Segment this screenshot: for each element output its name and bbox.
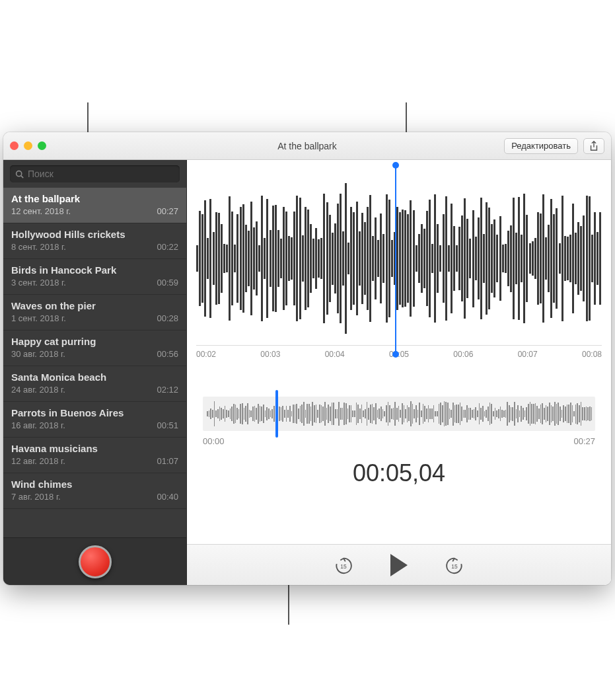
current-time-display: 00:05,04 [187, 459, 611, 487]
recording-date: 16 авг. 2018 г. [11, 420, 65, 430]
recordings-list: At the ballpark12 сент. 2018 г.00:27Holl… [3, 188, 186, 537]
recording-duration: 00:56 [157, 349, 178, 359]
recording-name: Santa Monica beach [11, 371, 178, 383]
search-icon [15, 170, 24, 178]
timeline-tick: 00:04 [325, 350, 345, 365]
list-item[interactable]: Parrots in Buenos Aires16 авг. 2018 г.00… [3, 402, 186, 438]
recording-duration: 02:12 [157, 385, 178, 395]
sidebar: At the ballpark12 сент. 2018 г.00:27Holl… [3, 160, 187, 585]
timeline-tick: 00:02 [196, 350, 216, 365]
overview-start-label: 00:00 [203, 436, 225, 446]
recording-name: Parrots in Buenos Aires [11, 407, 178, 418]
recording-duration: 01:07 [157, 456, 178, 466]
close-icon[interactable] [10, 141, 18, 150]
playhead[interactable] [395, 165, 396, 354]
recording-date: 24 авг. 2018 г. [11, 385, 65, 395]
recording-date: 8 сент. 2018 г. [11, 242, 66, 252]
record-toolbar [3, 537, 186, 585]
list-item[interactable]: Santa Monica beach24 авг. 2018 г.02:12 [3, 366, 186, 402]
play-button[interactable] [390, 554, 408, 576]
search-field[interactable] [10, 165, 180, 182]
timeline-tick: 00:06 [453, 350, 473, 365]
list-item[interactable]: Wind chimes7 авг. 2018 г.00:40 [3, 473, 186, 509]
skip-forward-icon: 15 [445, 555, 464, 575]
recording-date: 12 сент. 2018 г. [11, 206, 71, 216]
list-item[interactable]: At the ballpark12 сент. 2018 г.00:27 [3, 188, 186, 223]
search-input[interactable] [28, 169, 174, 179]
waveform-overview[interactable] [203, 397, 595, 431]
overview-playhead[interactable] [275, 390, 278, 438]
recording-name: Hollywood Hills crickets [11, 229, 178, 240]
recording-date: 12 авг. 2018 г. [11, 456, 65, 466]
recording-duration: 00:51 [157, 420, 178, 430]
recording-name: Birds in Hancock Park [11, 264, 178, 276]
recording-duration: 00:59 [157, 278, 178, 288]
svg-point-0 [17, 171, 22, 176]
recording-name: At the ballpark [11, 193, 178, 204]
skip-forward-button[interactable]: 15 [445, 555, 464, 575]
minimize-icon[interactable] [24, 141, 32, 150]
overview-end-label: 00:27 [573, 436, 595, 446]
recording-date: 3 сент. 2018 г. [11, 278, 66, 288]
record-button[interactable] [79, 545, 112, 578]
playback-controls: 15 15 [187, 544, 611, 585]
waveform-detail-zone: 00:0200:0300:0400:0500:0600:0700:08 [187, 160, 611, 365]
timeline-ruler: 00:0200:0300:0400:0500:0600:0700:08 [196, 345, 602, 365]
recording-name: Waves on the pier [11, 300, 178, 311]
list-item[interactable]: Birds in Hancock Park3 сент. 2018 г.00:5… [3, 259, 186, 295]
window-controls [10, 141, 46, 150]
timeline-tick: 00:03 [260, 350, 280, 365]
recording-duration: 00:27 [157, 206, 178, 216]
waveform-detail[interactable] [196, 176, 602, 341]
recording-duration: 00:28 [157, 313, 178, 323]
recording-name: Wind chimes [11, 479, 178, 490]
app-window: At the ballpark Редактировать At the bal… [3, 132, 611, 585]
play-icon [390, 554, 408, 576]
svg-text:15: 15 [340, 563, 347, 569]
share-button[interactable] [583, 138, 604, 154]
skip-back-icon: 15 [334, 555, 353, 575]
recording-duration: 00:40 [157, 492, 178, 502]
list-item[interactable]: Waves on the pier1 сент. 2018 г.00:28 [3, 295, 186, 331]
share-icon [589, 141, 598, 151]
recording-date: 30 авг. 2018 г. [11, 349, 65, 359]
timeline-tick: 00:07 [518, 350, 538, 365]
waveform-overview-zone: 00:00 00:27 [203, 397, 595, 446]
titlebar: At the ballpark Редактировать [3, 132, 611, 160]
list-item[interactable]: Hollywood Hills crickets8 сент. 2018 г.0… [3, 223, 186, 259]
recording-name: Havana musicians [11, 443, 178, 454]
recording-duration: 00:22 [157, 242, 178, 252]
skip-back-button[interactable]: 15 [334, 555, 353, 575]
recording-name: Happy cat purring [11, 336, 178, 347]
main-panel: 00:0200:0300:0400:0500:0600:0700:08 00:0… [187, 160, 611, 585]
callout-line [288, 578, 289, 625]
list-item[interactable]: Havana musicians12 авг. 2018 г.01:07 [3, 438, 186, 473]
svg-text:15: 15 [451, 563, 458, 569]
edit-button[interactable]: Редактировать [504, 138, 578, 154]
recording-date: 1 сент. 2018 г. [11, 313, 66, 323]
timeline-tick: 00:05 [389, 350, 409, 365]
recording-date: 7 авг. 2018 г. [11, 492, 61, 502]
list-item[interactable]: Happy cat purring30 авг. 2018 г.00:56 [3, 331, 186, 366]
fullscreen-icon[interactable] [38, 141, 46, 150]
timeline-tick: 00:08 [582, 350, 602, 365]
